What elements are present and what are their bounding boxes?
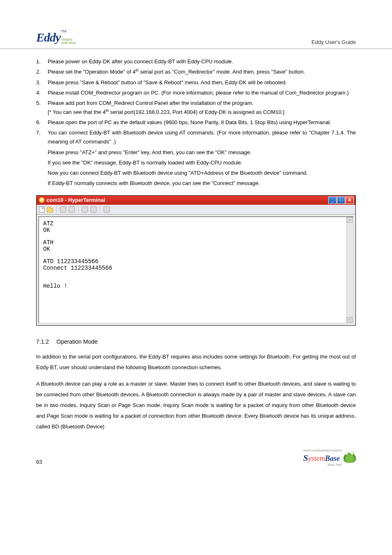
logo-since: Since 1987	[303, 464, 342, 466]
page-number: 63	[36, 458, 42, 466]
terminal-line: Hello !	[43, 283, 349, 289]
paragraph: In addition to the serial port configura…	[36, 352, 356, 373]
terminal-line: ATH	[43, 239, 349, 246]
connect-icon[interactable]	[60, 206, 66, 213]
toolbar-separator	[78, 206, 78, 213]
sub-instruction: Please press "ATZ+" and press "Enter" ke…	[36, 148, 356, 157]
frog-icon	[344, 453, 356, 463]
scroll-up-icon[interactable]: ▴	[347, 217, 353, 223]
logo-text: Eddy	[36, 29, 60, 46]
paragraph: A Bluetooth device can play a role as a …	[36, 379, 356, 432]
terminal-line: OK	[43, 227, 349, 234]
instruction-list: Please power on Eddy-DK after you connec…	[36, 57, 356, 147]
list-item: Please install COM_Redirector program on…	[36, 88, 356, 97]
list-item: You can connect Eddy-BT with Bluetooth d…	[36, 128, 356, 146]
list-item: Please open the port of PC as the defaul…	[36, 118, 356, 127]
logo-subtitle: means real-time	[61, 38, 76, 44]
systembase-logo: Serial Communication Experts SystemBase …	[303, 450, 356, 466]
open-file-icon[interactable]	[47, 208, 53, 213]
window-title: com10 - HyperTerminal	[46, 197, 105, 204]
list-item: Please power on Eddy-DK after you connec…	[36, 57, 356, 66]
section-title: Operation Mode	[56, 338, 97, 346]
terminal-output[interactable]: ATZ OK ATH OK ATD 112233445566 Connect 1…	[38, 216, 354, 324]
toolbar-separator	[100, 206, 100, 213]
terminal-line: ATD 112233445566	[43, 258, 349, 265]
list-item: Please press "Save & Reboot" button of "…	[36, 78, 356, 87]
section-number: 7.1.2	[36, 338, 49, 346]
page-content: Please power on Eddy-DK after you connec…	[0, 57, 392, 432]
disconnect-icon[interactable]	[69, 206, 75, 213]
properties-icon[interactable]	[104, 206, 110, 213]
hyperterminal-window: com10 - HyperTerminal _ □ X ATZ OK	[36, 195, 356, 326]
app-icon	[39, 197, 45, 203]
sub-instruction: If you see the "OK" message, Eddy-BT is …	[36, 158, 356, 167]
list-item: Please set the "Operation Mode" of 4th s…	[36, 67, 356, 76]
close-button[interactable]: X	[346, 197, 354, 204]
scroll-down-icon[interactable]: ▾	[347, 317, 353, 323]
logo-trademark: TM	[61, 29, 66, 33]
terminal-line: ATZ	[43, 220, 349, 227]
toolbar	[37, 205, 355, 215]
window-titlebar[interactable]: com10 - HyperTerminal _ □ X	[37, 196, 355, 205]
page-header: Eddy TM means real-time Eddy User's Guid…	[0, 29, 392, 49]
terminal-line: OK	[43, 246, 349, 252]
terminal-line: Connect 112233445566	[43, 265, 349, 271]
scrollbar[interactable]: ▴ ▾	[346, 217, 353, 323]
section-heading: 7.1.2 Operation Mode	[36, 338, 356, 346]
list-item: Please add port from COM_Redirect Contro…	[36, 99, 356, 117]
page-footer: 63 Serial Communication Experts SystemBa…	[0, 438, 392, 466]
send-icon[interactable]	[82, 206, 88, 213]
new-file-icon[interactable]	[39, 206, 44, 213]
document-title: Eddy User's Guide	[311, 39, 356, 46]
sub-instruction: Now you can connect Eddy-BT with Bluetoo…	[36, 169, 356, 178]
brand-logo: Eddy TM means real-time	[36, 29, 76, 46]
minimize-button[interactable]: _	[328, 197, 337, 204]
receive-icon[interactable]	[90, 206, 97, 213]
sub-instruction: If Eddy-BT normally connects with Blueto…	[36, 179, 356, 188]
toolbar-separator	[56, 206, 57, 213]
maximize-button[interactable]: □	[337, 197, 345, 204]
